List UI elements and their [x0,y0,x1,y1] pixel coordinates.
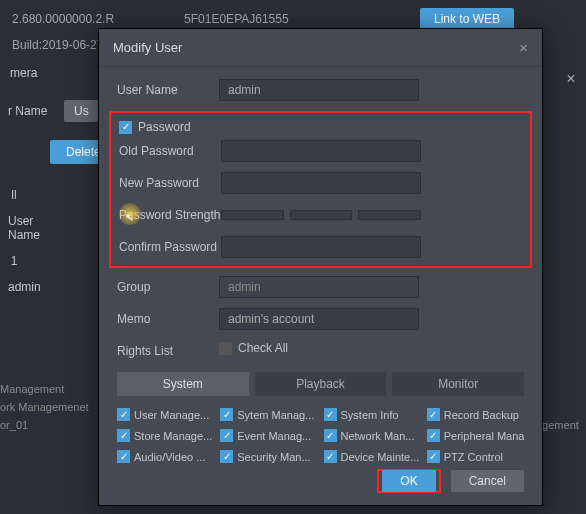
checkbox-icon: ✓ [427,450,440,463]
right-item-label: Record Backup [444,409,519,421]
right-item-1[interactable]: ✓Sytem Manag... [220,408,317,421]
rights-list-label: Rights List [117,344,219,358]
link-web-button[interactable]: Link to WEB [420,8,514,30]
right-item-label: User Manage... [134,409,209,421]
checkbox-icon [219,342,232,355]
old-password-input[interactable] [221,140,421,162]
cancel-button[interactable]: Cancel [451,470,524,492]
table-header-username: User Name [0,208,70,248]
bg-right-text: ork Managemenet [0,398,100,416]
table-header-index: ll [0,182,28,208]
checkbox-icon: ✓ [119,121,132,134]
right-item-label: Security Man... [237,451,310,463]
right-item-label: PTZ Control [444,451,503,463]
right-item-label: Device Mainte... [341,451,420,463]
table-row[interactable]: 1 admin [0,248,100,300]
bg-right-text: Management [0,380,100,398]
new-password-label: New Password [119,176,221,190]
checkbox-icon: ✓ [220,408,233,421]
checkbox-icon: ✓ [117,408,130,421]
checkbox-icon: ✓ [427,429,440,442]
username-input[interactable] [219,79,419,101]
memo-label: Memo [117,312,219,326]
right-item-10[interactable]: ✓Device Mainte... [324,450,421,463]
right-item-label: Event Manag... [237,430,311,442]
checkbox-icon: ✓ [324,408,337,421]
confirm-password-label: Confirm Password [119,240,221,254]
group-label: Group [117,280,219,294]
right-item-3[interactable]: ✓Record Backup [427,408,524,421]
bg-us-button[interactable]: Us [64,100,99,122]
bg-right-text: agement [536,416,586,434]
right-item-2[interactable]: ✓System Info [324,408,421,421]
memo-input[interactable] [219,308,419,330]
username-label: User Name [117,83,219,97]
modify-user-modal: Modify User × User Name ✓ Password Old P… [98,28,543,506]
group-input[interactable] [219,276,419,298]
table-cell-username: admin [0,274,70,300]
right-item-6[interactable]: ✓Network Man... [324,429,421,442]
check-all-checkbox[interactable]: Check All [219,341,288,355]
password-checkbox[interactable]: ✓ Password [119,120,191,134]
right-item-label: System Info [341,409,399,421]
right-item-label: Sytem Manag... [237,409,314,421]
old-password-label: Old Password [119,144,221,158]
password-strength-meter [221,210,421,220]
right-item-9[interactable]: ✓Security Man... [220,450,317,463]
right-item-7[interactable]: ✓Peripheral Manag... [427,429,524,442]
checkbox-icon: ✓ [220,429,233,442]
checkbox-icon: ✓ [427,408,440,421]
confirm-password-input[interactable] [221,236,421,258]
tab-system[interactable]: System [117,372,249,396]
bg-name-label: r Name [0,104,60,118]
bg-right-text: or_01 [0,416,100,434]
right-item-0[interactable]: ✓User Manage... [117,408,214,421]
tab-playback[interactable]: Playback [255,372,387,396]
checkbox-icon: ✓ [324,450,337,463]
close-icon[interactable]: × [519,39,528,56]
modal-title: Modify User [113,40,182,55]
right-item-label: Store Manage... [134,430,212,442]
password-strength-label: Password Strength [119,208,221,222]
camera-tab[interactable]: mera [0,60,100,86]
right-item-8[interactable]: ✓Audio/Video ... [117,450,214,463]
checkbox-icon: ✓ [117,429,130,442]
tab-monitor[interactable]: Monitor [392,372,524,396]
right-item-label: Audio/Video ... [134,451,205,463]
table-cell-index: 1 [0,248,28,274]
right-item-label: Network Man... [341,430,415,442]
right-item-4[interactable]: ✓Store Manage... [117,429,214,442]
right-item-5[interactable]: ✓Event Manag... [220,429,317,442]
bg-close-icon[interactable]: × [556,70,586,88]
checkbox-icon: ✓ [220,450,233,463]
password-chk-label: Password [138,120,191,134]
version-text: 2.680.0000000.2.R [12,12,114,26]
checkbox-icon: ✓ [117,450,130,463]
right-item-11[interactable]: ✓PTZ Control [427,450,524,463]
serial-text: 5F01E0EPAJ61555 [184,12,289,26]
ok-button[interactable]: OK [382,470,435,492]
password-section-highlight: ✓ Password Old Password New Password Pas… [109,111,532,268]
new-password-input[interactable] [221,172,421,194]
ok-highlight: OK [377,469,440,493]
check-all-label: Check All [238,341,288,355]
right-item-label: Peripheral Manag... [444,430,524,442]
checkbox-icon: ✓ [324,429,337,442]
